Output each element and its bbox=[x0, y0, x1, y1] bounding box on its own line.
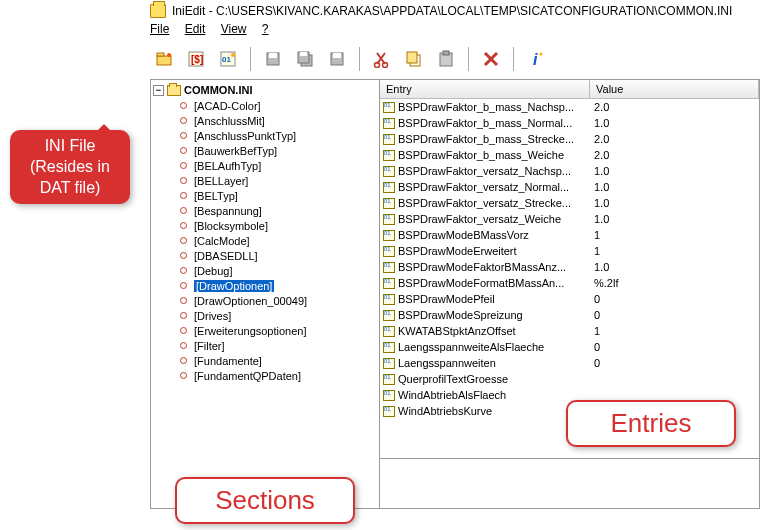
section-item[interactable]: [Drives] bbox=[175, 308, 377, 323]
section-item[interactable]: [BauwerkBefTyp] bbox=[175, 143, 377, 158]
callout-inifile: INI File (Resides in DAT file) bbox=[10, 130, 130, 204]
entry-row[interactable]: BSPDrawFaktor_versatz_Nachsp...1.0 bbox=[380, 163, 759, 179]
entry-icon bbox=[383, 262, 395, 273]
svg-rect-20 bbox=[443, 51, 449, 55]
section-icon bbox=[177, 144, 190, 157]
entry-value: 1 bbox=[590, 227, 759, 243]
entry-value: 1.0 bbox=[590, 115, 759, 131]
section-item[interactable]: [BELTyp] bbox=[175, 188, 377, 203]
entry-row[interactable]: BSPDrawModeFaktorBMassAnz...1.0 bbox=[380, 259, 759, 275]
section-item[interactable]: [Debug] bbox=[175, 263, 377, 278]
svg-rect-12 bbox=[300, 52, 307, 56]
entry-icon bbox=[383, 134, 395, 145]
section-icon bbox=[177, 354, 190, 367]
section-label: [Fundamente] bbox=[194, 355, 262, 367]
paste-button[interactable] bbox=[432, 45, 460, 73]
entry-name: WindAbtriebsKurve bbox=[398, 403, 492, 419]
section-item[interactable]: [CalcMode] bbox=[175, 233, 377, 248]
menu-help[interactable]: ? bbox=[262, 22, 269, 36]
entry-icon bbox=[383, 182, 395, 193]
section-item[interactable]: [Blocksymbole] bbox=[175, 218, 377, 233]
svg-rect-0 bbox=[157, 56, 171, 65]
entry-icon bbox=[383, 102, 395, 113]
collapse-icon[interactable]: − bbox=[153, 85, 164, 96]
section-label: [Filter] bbox=[194, 340, 225, 352]
open-button[interactable] bbox=[150, 45, 178, 73]
section-label: [DrawOptionen_00049] bbox=[194, 295, 307, 307]
entry-value: %.2lf bbox=[590, 275, 759, 291]
section-label: [Blocksymbole] bbox=[194, 220, 268, 232]
delete-button[interactable] bbox=[477, 45, 505, 73]
entry-row[interactable]: BSPDrawFaktor_b_mass_Normal...1.0 bbox=[380, 115, 759, 131]
svg-text:i: i bbox=[533, 51, 538, 68]
entry-row[interactable]: BSPDrawModePfeil0 bbox=[380, 291, 759, 307]
entry-row[interactable]: BSPDrawModeSpreizung0 bbox=[380, 307, 759, 323]
section-label: [BELLayer] bbox=[194, 175, 248, 187]
section-label: [AnschlussPunktTyp] bbox=[194, 130, 296, 142]
save-button[interactable] bbox=[259, 45, 287, 73]
section-item[interactable]: [ACAD-Color] bbox=[175, 98, 377, 113]
sections-tree-scroll[interactable]: − COMMON.INI [ACAD-Color][AnschlussMit][… bbox=[151, 80, 379, 508]
svg-point-16 bbox=[383, 63, 388, 68]
section-item[interactable]: [AnschlussMit] bbox=[175, 113, 377, 128]
section-icon bbox=[177, 129, 190, 142]
section-item[interactable]: [BELLayer] bbox=[175, 173, 377, 188]
section-item[interactable]: [Bespannung] bbox=[175, 203, 377, 218]
section-item[interactable]: [AnschlussPunktTyp] bbox=[175, 128, 377, 143]
separator bbox=[250, 47, 251, 71]
tree-root[interactable]: − COMMON.INI bbox=[153, 82, 377, 98]
entry-row[interactable]: BSPDrawFaktor_versatz_Weiche1.0 bbox=[380, 211, 759, 227]
entry-row[interactable]: BSPDrawModeFormatBMassAn...%.2lf bbox=[380, 275, 759, 291]
entry-row[interactable]: BSPDrawModeBMassVorz1 bbox=[380, 227, 759, 243]
entry-row[interactable]: LaengsspannweiteAlsFlaeche0 bbox=[380, 339, 759, 355]
details-pane bbox=[380, 458, 759, 508]
save-all-button[interactable] bbox=[291, 45, 319, 73]
entry-row[interactable]: BSPDrawFaktor_b_mass_Nachsp...2.0 bbox=[380, 99, 759, 115]
cut-button[interactable] bbox=[368, 45, 396, 73]
section-item[interactable]: [FundamentQPDaten] bbox=[175, 368, 377, 383]
entry-name: WindAbtriebAlsFlaech bbox=[398, 387, 506, 403]
section-label: [DBASEDLL] bbox=[194, 250, 258, 262]
entry-row[interactable]: KWATABStpktAnzOffset1 bbox=[380, 323, 759, 339]
title-bar: IniEdit - C:\USERS\KIVANC.KARAKAS\APPDAT… bbox=[0, 0, 760, 20]
entry-value: 0 bbox=[590, 291, 759, 307]
entry-name: Laengsspannweiten bbox=[398, 355, 496, 371]
section-icon bbox=[177, 99, 190, 112]
section-item[interactable]: [BELAufhTyp] bbox=[175, 158, 377, 173]
menu-edit[interactable]: Edit bbox=[185, 22, 206, 36]
entry-row[interactable]: Laengsspannweiten0 bbox=[380, 355, 759, 371]
menu-view[interactable]: View bbox=[221, 22, 247, 36]
entry-name: BSPDrawModeSpreizung bbox=[398, 307, 523, 323]
section-item[interactable]: [DrawOptionen] bbox=[175, 278, 377, 293]
section-icon bbox=[177, 249, 190, 262]
export-button[interactable] bbox=[323, 45, 351, 73]
section-icon bbox=[177, 189, 190, 202]
copy-button[interactable] bbox=[400, 45, 428, 73]
entry-icon bbox=[383, 246, 395, 257]
entry-row[interactable]: BSPDrawFaktor_versatz_Strecke...1.0 bbox=[380, 195, 759, 211]
currency-toggle-button[interactable]: [$] bbox=[182, 45, 210, 73]
column-value[interactable]: Value bbox=[590, 80, 759, 98]
entry-row[interactable]: QuerprofilTextGroesse bbox=[380, 371, 759, 387]
entry-row[interactable]: BSPDrawFaktor_b_mass_Weiche2.0 bbox=[380, 147, 759, 163]
entry-row[interactable]: BSPDrawFaktor_versatz_Normal...1.0 bbox=[380, 179, 759, 195]
entry-row[interactable]: BSPDrawModeErweitert1 bbox=[380, 243, 759, 259]
section-item[interactable]: [DrawOptionen_00049] bbox=[175, 293, 377, 308]
entry-icon bbox=[383, 374, 395, 385]
entry-icon bbox=[383, 406, 395, 417]
info-button[interactable]: i bbox=[522, 45, 550, 73]
section-item[interactable]: [Erweiterungsoptionen] bbox=[175, 323, 377, 338]
menu-file[interactable]: File bbox=[150, 22, 169, 36]
separator bbox=[468, 47, 469, 71]
section-label: [BELAufhTyp] bbox=[194, 160, 261, 172]
section-item[interactable]: [Fundamente] bbox=[175, 353, 377, 368]
section-icon bbox=[177, 324, 190, 337]
binary-toggle-button[interactable]: 01 bbox=[214, 45, 242, 73]
entry-name: BSPDrawModePfeil bbox=[398, 291, 495, 307]
column-entry[interactable]: Entry bbox=[380, 80, 590, 98]
entry-value: 1 bbox=[590, 243, 759, 259]
section-item[interactable]: [Filter] bbox=[175, 338, 377, 353]
section-icon bbox=[177, 204, 190, 217]
entry-row[interactable]: BSPDrawFaktor_b_mass_Strecke...2.0 bbox=[380, 131, 759, 147]
section-item[interactable]: [DBASEDLL] bbox=[175, 248, 377, 263]
